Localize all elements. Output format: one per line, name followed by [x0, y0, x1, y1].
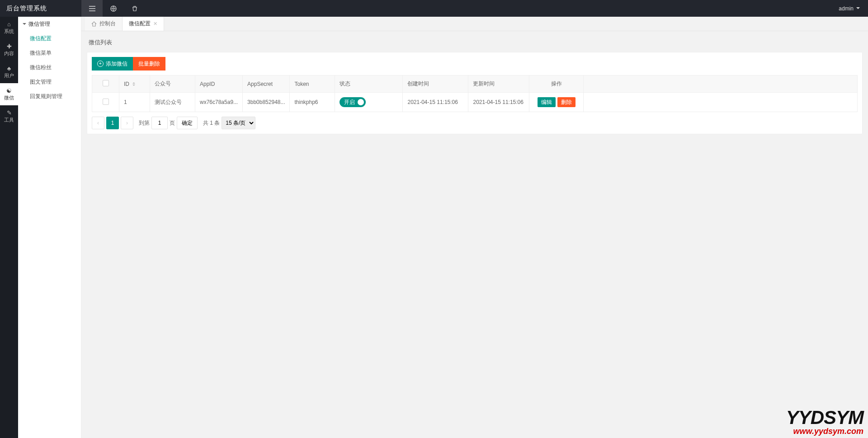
chevron-down-icon	[856, 7, 860, 9]
add-wechat-button[interactable]: + 添加微信	[92, 57, 133, 71]
nav-label: 工具	[4, 117, 14, 123]
sidebar-item-wechat-fans[interactable]: 微信粉丝	[18, 60, 81, 75]
pager-next-button[interactable]: ›	[121, 117, 133, 129]
hamburger-icon	[89, 6, 95, 11]
clear-cache-button[interactable]	[124, 0, 145, 17]
home-icon	[91, 21, 97, 27]
sidebar-item-article-manage[interactable]: 图文管理	[18, 75, 81, 89]
pager-page-1[interactable]: 1	[106, 117, 119, 129]
brand-title: 后台管理系统	[0, 5, 81, 13]
sidebar-item-reply-rules[interactable]: 回复规则管理	[18, 89, 81, 104]
pager-page-size-select[interactable]: 15 条/页	[222, 117, 255, 129]
sidebar-item-wechat-menu[interactable]: 微信菜单	[18, 46, 81, 60]
cell-status: 开启	[335, 93, 403, 112]
status-switch[interactable]: 开启	[340, 97, 366, 107]
menu-toggle-button[interactable]	[81, 0, 103, 17]
row-checkbox[interactable]	[103, 99, 109, 105]
tab-home-label: 控制台	[99, 20, 116, 28]
sidebar: 微信管理 微信配置 微信菜单 微信粉丝 图文管理 回复规则管理	[18, 17, 81, 438]
cell-token: thinkphp6	[290, 93, 335, 112]
cell-created: 2021-04-15 11:15:06	[403, 93, 468, 112]
pager-confirm-button[interactable]: 确定	[177, 117, 198, 129]
card: + 添加微信 批量删除 ID 公众号	[87, 52, 863, 134]
cell-appsecret: 3bb0b852948...	[243, 93, 290, 112]
home-icon: ⌂	[7, 21, 11, 27]
tab-close-icon[interactable]: ✕	[153, 21, 157, 27]
user-menu[interactable]: admin	[830, 5, 868, 12]
pager-goto-prefix: 到第	[139, 119, 150, 127]
plus-circle-icon: +	[97, 61, 104, 67]
nav-label: 微信	[4, 94, 14, 101]
switch-knob	[358, 99, 364, 105]
col-status: 状态	[335, 75, 403, 93]
globe-icon	[110, 5, 117, 12]
caret-down-icon	[23, 23, 26, 25]
batch-delete-button[interactable]: 批量删除	[133, 57, 165, 71]
col-appsecret: AppSecret	[243, 75, 290, 93]
col-spare	[584, 75, 858, 93]
select-all-checkbox[interactable]	[103, 80, 109, 86]
globe-button[interactable]	[103, 0, 124, 17]
tab-home[interactable]: 控制台	[85, 17, 123, 31]
pager-goto-suffix: 页	[170, 119, 175, 127]
trash-icon	[132, 5, 138, 12]
globe-icon: ✚	[7, 43, 12, 49]
nav-system[interactable]: ⌂ 系统	[0, 17, 18, 39]
users-icon: ♣	[7, 66, 11, 71]
sidebar-group-toggle[interactable]: 微信管理	[18, 17, 81, 31]
col-ops: 操作	[529, 75, 584, 93]
nav-label: 用户	[4, 72, 14, 79]
pager-total: 共 1 条	[203, 119, 220, 127]
sidebar-item-wechat-config[interactable]: 微信配置	[18, 31, 81, 46]
pager-goto-input[interactable]	[151, 117, 168, 129]
toolbar: + 添加微信 批量删除	[92, 57, 858, 71]
col-created: 创建时间	[403, 75, 468, 93]
sidebar-group-label: 微信管理	[28, 20, 50, 28]
cell-spare	[584, 93, 858, 112]
left-nav: ⌂ 系统 ✚ 内容 ♣ 用户 ☯ 微信 ✎ 工具	[0, 17, 18, 438]
page-title: 微信列表	[89, 38, 861, 47]
nav-label: 系统	[4, 28, 14, 35]
content: 微信列表 + 添加微信 批量删除 ID	[81, 31, 868, 140]
col-updated: 更新时间	[468, 75, 529, 93]
nav-label: 内容	[4, 50, 14, 57]
cell-account: 测试公众号	[150, 93, 195, 112]
delete-button[interactable]: 删除	[557, 97, 576, 107]
cell-appid: wx76c78a5a9...	[195, 93, 243, 112]
col-id[interactable]: ID	[119, 75, 150, 93]
cell-updated: 2021-04-15 11:15:06	[468, 93, 529, 112]
main-area: 控制台 微信配置 ✕ 微信列表 + 添加微信 批量删除	[81, 17, 868, 438]
wechat-table: ID 公众号 AppID AppSecret Token 状态 创建时间 更新时…	[92, 75, 858, 112]
pager: ‹ 1 › 到第 页 确定 共 1 条 15 条/页	[92, 117, 858, 129]
tab-bar: 控制台 微信配置 ✕	[81, 17, 868, 31]
nav-tools[interactable]: ✎ 工具	[0, 105, 18, 127]
user-name: admin	[839, 5, 854, 12]
col-account: 公众号	[150, 75, 195, 93]
table-header-row: ID 公众号 AppID AppSecret Token 状态 创建时间 更新时…	[92, 75, 858, 93]
cell-ops: 编辑 删除	[529, 93, 584, 112]
col-token: Token	[290, 75, 335, 93]
tab-wechat-config[interactable]: 微信配置 ✕	[123, 17, 164, 31]
col-appid: AppID	[195, 75, 243, 93]
nav-user[interactable]: ♣ 用户	[0, 61, 18, 83]
nav-wechat[interactable]: ☯ 微信	[0, 83, 18, 105]
add-wechat-label: 添加微信	[106, 60, 127, 68]
col-id-label: ID	[124, 81, 129, 87]
wechat-icon: ☯	[6, 88, 12, 94]
status-label: 开启	[344, 99, 355, 106]
sort-icon	[132, 82, 135, 86]
cell-id: 1	[119, 93, 150, 112]
edit-button[interactable]: 编辑	[538, 97, 556, 107]
nav-content[interactable]: ✚ 内容	[0, 39, 18, 61]
wrench-icon: ✎	[7, 110, 12, 116]
topbar: 后台管理系统 admin	[0, 0, 868, 17]
pager-prev-button[interactable]: ‹	[92, 117, 104, 129]
table-row: 1 测试公众号 wx76c78a5a9... 3bb0b852948... th…	[92, 93, 858, 112]
tab-label: 微信配置	[129, 20, 151, 28]
